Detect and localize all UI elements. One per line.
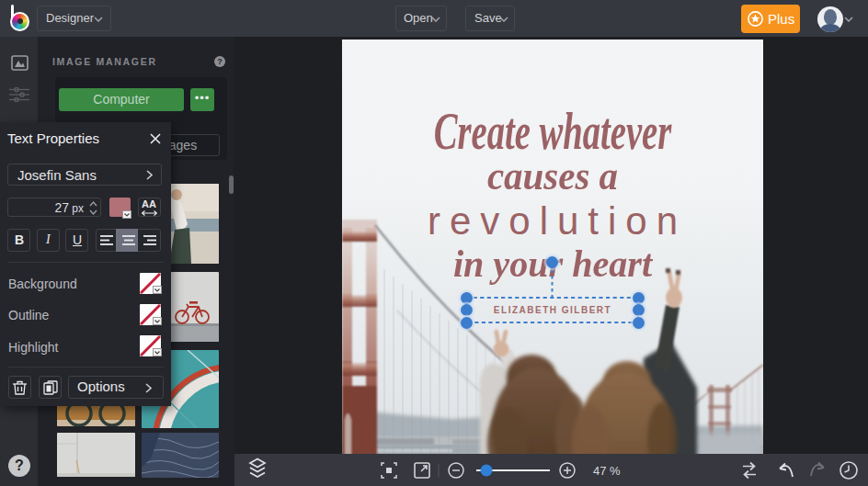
svg-text:47 %: 47 % bbox=[593, 464, 621, 478]
